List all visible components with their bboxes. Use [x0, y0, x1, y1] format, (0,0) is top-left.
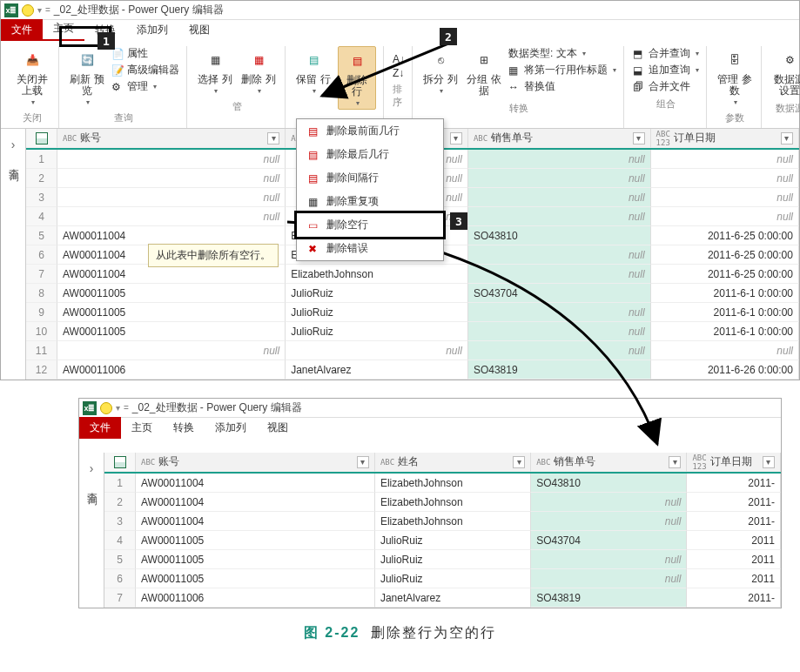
group-by-button[interactable]: ⊞分组 依据 — [465, 46, 503, 98]
remove-blank-rows-item[interactable]: ▭删除空行3 — [297, 213, 443, 237]
properties-button[interactable]: 📄属性 — [111, 46, 148, 61]
cell[interactable]: AW00011006 — [57, 360, 286, 380]
refresh-preview-button[interactable]: 🔄刷新 预览▾ — [68, 46, 106, 108]
ds-settings-button[interactable]: ⚙数据源 设置 — [770, 46, 800, 98]
tab-view[interactable]: 视图 — [178, 19, 220, 41]
cell[interactable]: null — [468, 188, 651, 207]
cell[interactable]: JulioRuiz — [286, 303, 468, 322]
table-row[interactable]: 2AW00011004ElizabethJohnsonnull2011- — [104, 493, 781, 512]
col-header-order[interactable]: ABC销售单号▾ — [468, 129, 651, 148]
cell[interactable]: AW00011004 — [136, 493, 375, 512]
cell[interactable]: null — [468, 341, 651, 360]
cell[interactable]: AW00011005 — [136, 569, 375, 588]
cell[interactable]: null — [651, 207, 799, 226]
row-number[interactable]: 6 — [104, 569, 136, 588]
cell[interactable]: JanetAlvarez — [286, 360, 468, 380]
adv-editor-button[interactable]: 📝高级编辑器 — [111, 63, 179, 77]
cell[interactable]: 2011- — [687, 512, 781, 531]
cell[interactable]: 2011-6-25 0:00:00 — [651, 226, 799, 245]
cell[interactable]: null — [531, 512, 687, 531]
cell[interactable]: JulioRuiz — [375, 531, 531, 550]
cell[interactable]: 2011- — [687, 493, 781, 512]
table-row[interactable]: 7AW00011006JanetAlvarezSO438192011- — [104, 588, 781, 608]
cell[interactable]: AW00011005 — [57, 284, 286, 303]
col-header-account[interactable]: ABC账号▾ — [136, 453, 375, 472]
cell[interactable]: SO43704 — [468, 284, 651, 303]
table-row[interactable]: 9AW00011005JulioRuiznull2011-6-1 0:00:00 — [26, 303, 799, 322]
expand-pane-icon[interactable]: › — [11, 138, 16, 151]
remove-bottom-rows-item[interactable]: ▤删除最后几行 — [297, 143, 443, 166]
cell[interactable]: AW00011006 — [136, 588, 375, 608]
cell[interactable]: 2011-6-1 0:00:00 — [651, 322, 799, 341]
col-header-date[interactable]: ABC123订单日期▾ — [687, 453, 781, 472]
cell[interactable]: JanetAlvarez — [375, 588, 531, 608]
table-row[interactable]: 5AW00011005JulioRuiznull2011 — [104, 550, 781, 569]
col-header-name[interactable]: ABC姓名▾ — [375, 453, 531, 472]
row-number[interactable]: 3 — [104, 512, 136, 531]
cell[interactable]: 2011- — [687, 588, 781, 608]
remove-rows-button[interactable]: ▤删除 行▾ — [338, 46, 376, 110]
row-number[interactable]: 1 — [104, 474, 136, 493]
datatype-button[interactable]: 数据类型: 文本▾ — [508, 46, 586, 61]
choose-columns-button[interactable]: ▦选择 列▾ — [196, 46, 234, 97]
queries-pane-collapsed[interactable]: › 查询 — [1, 129, 25, 380]
cell[interactable]: null — [651, 169, 799, 188]
tab-addcolumn[interactable]: 添加列 — [126, 19, 178, 41]
qat-dropdown-icon[interactable]: ▾ — [37, 5, 42, 15]
cell[interactable]: null — [468, 150, 651, 169]
cell[interactable]: null — [468, 265, 651, 284]
cell[interactable]: JulioRuiz — [375, 569, 531, 588]
table-row[interactable]: 11nullnullnullnull — [26, 341, 799, 360]
remove-errors-item[interactable]: ✖删除错误 — [297, 237, 443, 260]
row-number[interactable]: 7 — [26, 265, 57, 284]
cell[interactable]: 2011-6-1 0:00:00 — [651, 303, 799, 322]
sort-desc-button[interactable]: Z↓ — [393, 67, 404, 79]
table-row[interactable]: 8AW00011005JulioRuizSO437042011-6-1 0:00… — [26, 284, 799, 303]
tab-file[interactable]: 文件 — [1, 19, 43, 41]
row-number[interactable]: 8 — [26, 284, 57, 303]
table-row[interactable]: 6AW00011005JulioRuiznull2011 — [104, 569, 781, 588]
cell[interactable]: ElizabethJohnson — [375, 493, 531, 512]
split-column-button[interactable]: ⎋拆分 列▾ — [421, 46, 460, 97]
append-queries-button[interactable]: ⬓追加查询▾ — [633, 63, 699, 77]
cell[interactable]: SO43810 — [531, 474, 687, 493]
row-header-corner[interactable] — [104, 453, 136, 472]
cell[interactable]: ElizabethJohnson — [375, 512, 531, 531]
cell[interactable]: AW00011004 — [57, 265, 286, 284]
remove-alt-rows-item[interactable]: ▤删除间隔行 — [297, 166, 443, 190]
cell[interactable]: 2011-6-1 0:00:00 — [651, 284, 799, 303]
manage-button[interactable]: ⚙管理▾ — [111, 79, 157, 94]
cell[interactable]: JulioRuiz — [286, 322, 468, 341]
col-header-account[interactable]: ABC账号▾ — [57, 129, 286, 148]
cell[interactable]: null — [651, 188, 799, 207]
cell[interactable]: AW00011005 — [136, 550, 375, 569]
cell[interactable]: 2011 — [687, 531, 781, 550]
cell[interactable]: null — [57, 341, 286, 360]
cell[interactable]: SO43819 — [468, 360, 651, 380]
cell[interactable]: 2011 — [687, 569, 781, 588]
qat-dropdown-icon[interactable]: ▾ — [116, 403, 120, 413]
cell[interactable]: null — [531, 569, 687, 588]
col-header-order[interactable]: ABC销售单号▾ — [531, 453, 687, 472]
remove-duplicates-item[interactable]: ▦删除重复项 — [297, 190, 443, 213]
row-number[interactable]: 7 — [104, 588, 136, 608]
expand-pane-icon[interactable]: › — [90, 461, 94, 475]
row-number[interactable]: 9 — [26, 303, 57, 322]
cell[interactable]: AW00011005 — [136, 531, 375, 550]
first-row-header-button[interactable]: ▦将第一行用作标题▾ — [508, 63, 616, 77]
tab-transform[interactable]: 转换 — [163, 417, 205, 439]
row-number[interactable]: 4 — [104, 531, 136, 550]
cell[interactable]: SO43819 — [531, 588, 687, 608]
cell[interactable]: AW00011005 — [57, 303, 286, 322]
table-row[interactable]: 1AW00011004ElizabethJohnsonSO438102011- — [104, 474, 781, 493]
cell[interactable]: null — [468, 207, 651, 226]
cell[interactable]: AW00011004 — [136, 512, 375, 531]
table-row[interactable]: 10AW00011005JulioRuiznull2011-6-1 0:00:0… — [26, 322, 799, 341]
cell[interactable]: null — [531, 493, 687, 512]
row-number[interactable]: 6 — [26, 245, 57, 265]
merge-queries-button[interactable]: ⬒合并查询▾ — [633, 46, 699, 61]
row-number[interactable]: 11 — [26, 341, 57, 360]
table-row[interactable]: 12AW00011006JanetAlvarezSO438192011-6-26… — [26, 360, 799, 380]
replace-values-button[interactable]: ↔替换值 — [508, 79, 555, 94]
row-header-corner[interactable] — [26, 129, 57, 148]
